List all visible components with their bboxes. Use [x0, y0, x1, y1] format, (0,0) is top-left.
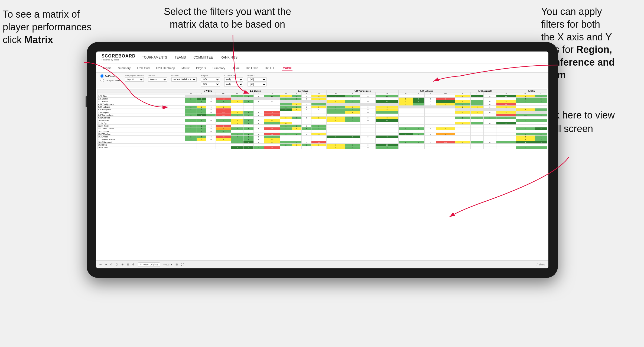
matrix-cell: 1 [264, 122, 280, 125]
matrix-cell: 1 [455, 117, 471, 119]
matrix-cell [376, 138, 398, 141]
player-name-cell: 3. J Koivun [97, 100, 185, 103]
redo-icon[interactable]: ↪ [105, 263, 107, 266]
players-select-2[interactable]: (All) [248, 82, 266, 86]
expand-icon[interactable]: ⛶ [181, 263, 184, 266]
matrix-cell: 0 [302, 133, 311, 136]
matrix-cell: 7 [376, 146, 398, 149]
matrix-cell: 0 [206, 98, 216, 100]
matrix-cell [280, 146, 292, 149]
region-label: Region [201, 74, 220, 77]
matrix-cell: -16 [216, 111, 231, 114]
matrix-cell: 1 [280, 103, 292, 106]
matrix-cell [254, 108, 264, 111]
conference-select-2[interactable]: (All) [224, 82, 243, 86]
refresh-icon[interactable]: ↺ [110, 263, 112, 266]
table-row: 20. M Ford331-11010711 [97, 146, 547, 149]
matrix-cell: 1 [311, 103, 326, 106]
matrix-cell [436, 114, 455, 117]
watch-label[interactable]: Watch ▾ [163, 263, 172, 266]
division-select[interactable]: NCAA Division I [171, 77, 197, 82]
subnav-matrix[interactable]: Matrix [180, 66, 191, 70]
matrix-cell: 0 [326, 119, 345, 122]
nav-tournaments[interactable]: TOURNAMENTS [142, 54, 167, 60]
nav-teams[interactable]: TEAMS [175, 54, 186, 60]
matrix-cell [326, 125, 345, 127]
subnav-h2h-grid[interactable]: H2H Grid [136, 66, 151, 70]
subnav-h2h-grid2[interactable]: H2H Grid [245, 66, 259, 70]
region-select-2[interactable]: N/A [201, 82, 220, 86]
matrix-cell: 0 [360, 111, 376, 114]
gender-select[interactable]: Men's [148, 77, 167, 82]
subnav-teams[interactable]: Teams [102, 66, 112, 70]
full-view-radio[interactable] [100, 74, 104, 78]
matrix-cell [413, 136, 424, 138]
matrix-cell [496, 133, 516, 136]
matrix-cell: 1 [345, 100, 360, 103]
matrix-cell: 8 [376, 136, 398, 138]
view-original-btn[interactable]: 👁 View: Original [138, 262, 160, 267]
table-row: 1. W Ding12011110-2120170101302 [97, 95, 547, 98]
filter-gender: Gender Men's [148, 74, 167, 82]
subnav-h2h-h[interactable]: H2H H... [264, 66, 277, 70]
matrix-cell: -6 [496, 103, 516, 106]
matrix-cell: 1 [326, 111, 345, 114]
share-button[interactable]: ⤴ Share [536, 263, 545, 266]
matrix-cell: 1 [231, 95, 243, 98]
undo-icon[interactable]: ↩ [99, 263, 102, 266]
region-select-1[interactable]: N/A [201, 77, 220, 82]
matrix-cell [483, 98, 496, 100]
matrix-cell [197, 117, 206, 119]
matrix-cell: 1 [292, 117, 302, 119]
matrix-cell: 1 [197, 127, 206, 130]
matrix-cell: 1 [535, 114, 547, 117]
matrix-cell [413, 106, 424, 108]
player-name-cell: 10. B Valdes [97, 119, 185, 122]
subnav-detail[interactable]: Detail [231, 66, 240, 70]
grid-icon[interactable]: ⊟ [175, 263, 178, 266]
tablet-side-button [86, 96, 87, 107]
subnav-matrix-active[interactable]: Matrix [282, 66, 292, 70]
subnav-summary2[interactable]: Summary [212, 66, 226, 70]
conference-select-1[interactable]: (All) [224, 77, 243, 82]
col-header-wding: 1. W Ding [185, 90, 231, 92]
matrix-cell [280, 111, 292, 114]
matrix-cell [345, 98, 360, 100]
matrix-cell [471, 130, 484, 133]
matrix-cell: 0 [483, 122, 496, 125]
matrix-cell [425, 144, 436, 146]
max-players-select[interactable]: Top 25 [125, 77, 144, 82]
matrix-cell [425, 125, 436, 127]
matrix-cell [413, 125, 424, 127]
matrix-cell: 3 [496, 100, 516, 103]
layout-icon[interactable]: ⊞ [127, 263, 129, 266]
zoom-icon[interactable]: ⊕ [121, 263, 123, 266]
full-view-option[interactable]: Full View [100, 74, 121, 78]
matrix-cell [436, 144, 455, 146]
compact-view-option[interactable]: Compact View [100, 79, 121, 82]
matrix-cell: 2 [280, 144, 292, 146]
matrix-cell [398, 130, 413, 133]
share2-icon[interactable]: ⬡ [116, 263, 118, 266]
subnav-players[interactable]: Players [195, 66, 207, 70]
compact-view-radio[interactable] [100, 79, 104, 82]
matrix-cell [254, 144, 264, 146]
matrix-cell: 0 [425, 141, 436, 144]
players-select-1[interactable]: (All) [248, 77, 266, 82]
subnav-h2h-heatmap[interactable]: H2H Heatmap [155, 66, 176, 70]
matrix-cell: -3 [216, 127, 231, 130]
ann-rt-1: You can apply [541, 6, 602, 17]
matrix-cell: 1 [302, 127, 311, 130]
matrix-cell: 1 [311, 125, 326, 127]
matrix-cell [197, 146, 206, 149]
settings-icon[interactable]: ⚙ [132, 263, 135, 266]
matrix-cell [376, 98, 398, 100]
matrix-cell: 1 [516, 100, 535, 103]
matrix-container[interactable]: 1. W Ding 2. L Clanton 3. J Koivun 4. M … [96, 88, 548, 260]
matrix-cell: 0 [231, 122, 243, 125]
subnav-summary[interactable]: Summary [117, 66, 132, 70]
nav-committee[interactable]: COMMITTEE [193, 54, 213, 60]
filters-row: Full View Compact View Max players in vi… [96, 73, 548, 88]
nav-rankings[interactable]: RANKINGS [220, 54, 238, 60]
matrix-cell: -6 [216, 125, 231, 127]
